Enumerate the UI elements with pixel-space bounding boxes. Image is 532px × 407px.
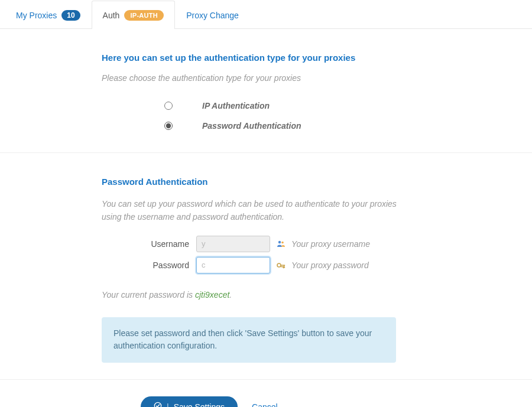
key-icon: [276, 261, 286, 270]
radio-password-label: Password Authentication: [202, 121, 301, 131]
button-divider: |: [167, 402, 169, 407]
username-label: Username: [102, 239, 196, 249]
password-auth-section: Password Authentication You can set up y…: [0, 152, 532, 379]
password-auth-heading: Password Authentication: [102, 177, 532, 187]
tab-my-proxies-label: My Proxies: [16, 11, 57, 20]
current-password-value: cjti9xecet: [195, 290, 229, 299]
username-input: [196, 236, 270, 252]
auth-type-sub: Please choose the authentication type fo…: [102, 73, 532, 83]
svg-point-2: [277, 263, 281, 267]
tab-auth[interactable]: Auth IP-AUTH: [92, 1, 176, 29]
content: Here you can set up the authentication t…: [0, 29, 532, 407]
auth-type-radios: IP Authentication Password Authenticatio…: [102, 96, 532, 136]
tab-proxy-change[interactable]: Proxy Change: [175, 1, 250, 29]
svg-point-1: [281, 241, 284, 243]
radio-ip-label: IP Authentication: [202, 101, 270, 110]
tab-my-proxies[interactable]: My Proxies 10: [5, 1, 92, 29]
auth-mode-badge: IP-AUTH: [124, 10, 164, 21]
username-hint: Your proxy username: [291, 239, 370, 249]
auth-type-heading: Here you can set up the authentication t…: [102, 53, 532, 63]
current-password-note: Your current password is cjti9xecet.: [102, 290, 532, 299]
note-suffix: .: [229, 290, 232, 299]
save-settings-button[interactable]: | Save Settings: [141, 396, 238, 407]
radio-ip-row: IP Authentication: [164, 96, 532, 116]
radio-password-row: Password Authentication: [164, 116, 532, 136]
username-row: Username Your proxy username: [102, 236, 532, 252]
password-auth-sub: You can set up your password which can b…: [102, 197, 409, 224]
password-hint: Your proxy password: [291, 261, 369, 270]
radio-password-auth[interactable]: [164, 122, 173, 130]
password-input[interactable]: [196, 257, 270, 273]
tab-proxy-change-label: Proxy Change: [186, 11, 239, 20]
cancel-link[interactable]: Cancel: [252, 402, 278, 407]
tabs-bar: My Proxies 10 Auth IP-AUTH Proxy Change: [0, 0, 532, 29]
users-icon: [276, 239, 286, 249]
save-settings-label: Save Settings: [174, 402, 225, 407]
footer-actions: | Save Settings Cancel: [0, 379, 532, 407]
svg-point-0: [278, 241, 281, 243]
check-circle-icon: [154, 402, 162, 407]
radio-ip-auth[interactable]: [164, 102, 173, 110]
note-prefix: Your current password is: [102, 290, 195, 299]
password-row: Password Your proxy password: [102, 257, 532, 273]
proxy-count-badge: 10: [61, 10, 80, 21]
password-label: Password: [102, 261, 196, 270]
credentials-form: Username Your proxy username Password Yo…: [102, 236, 532, 273]
auth-type-section: Here you can set up the authentication t…: [0, 29, 532, 152]
info-alert: Please set password and then click 'Save…: [102, 317, 396, 363]
tab-auth-label: Auth: [103, 11, 120, 20]
